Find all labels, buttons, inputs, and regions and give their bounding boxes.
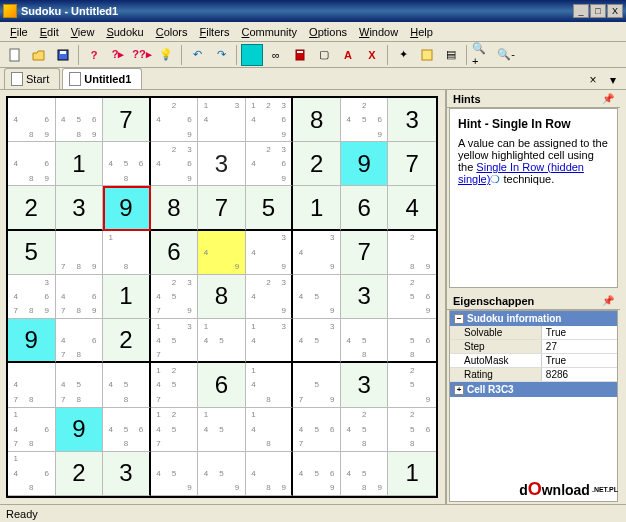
cell-r5c3[interactable]: 1 <box>103 275 151 319</box>
cell-r1c1[interactable]: 4689 <box>8 98 56 142</box>
cell-r4c6[interactable]: 349 <box>246 231 294 275</box>
cell-r3c9[interactable]: 4 <box>388 186 436 230</box>
prop-row-rating[interactable]: Rating8286 <box>450 368 617 382</box>
cell-r1c3[interactable]: 7 <box>103 98 151 142</box>
menu-sudoku[interactable]: Sudoku <box>100 24 149 40</box>
cell-r5c4[interactable]: 234579 <box>151 275 199 319</box>
tab-untitled1[interactable]: Untitled1 <box>62 68 142 89</box>
cell-r3c6[interactable]: 5 <box>246 186 294 230</box>
cell-r7c1[interactable]: 478 <box>8 363 56 407</box>
cell-r9c7[interactable]: 4569 <box>293 452 341 496</box>
pin-icon[interactable]: 📌 <box>602 93 614 104</box>
cell-r9c9[interactable]: 1 <box>388 452 436 496</box>
cell-r4c5[interactable]: 49 <box>198 231 246 275</box>
cell-r2c7[interactable]: 2 <box>293 142 341 186</box>
bulb-button[interactable]: 💡 <box>155 44 177 66</box>
hint-step-button[interactable]: ?▸ <box>107 44 129 66</box>
cell-r9c1[interactable]: 1468 <box>8 452 56 496</box>
cell-r1c5[interactable]: 134 <box>198 98 246 142</box>
menu-file[interactable]: File <box>4 24 34 40</box>
cell-r9c3[interactable]: 3 <box>103 452 151 496</box>
mark-x-button[interactable]: X <box>361 44 383 66</box>
cell-r9c8[interactable]: 4589 <box>341 452 389 496</box>
new-button[interactable] <box>4 44 26 66</box>
property-grid[interactable]: −Sudoku information SolvableTrueStep27Au… <box>449 310 618 502</box>
hint-all-button[interactable]: ??▸ <box>131 44 153 66</box>
cell-r6c1[interactable]: 9 <box>8 319 56 363</box>
cell-r6c8[interactable]: 458 <box>341 319 389 363</box>
mark-a-button[interactable]: A <box>337 44 359 66</box>
tab-menu-button[interactable]: ▾ <box>604 71 622 89</box>
cell-r6c6[interactable]: 134 <box>246 319 294 363</box>
cell-r8c3[interactable]: 4568 <box>103 408 151 452</box>
cell-r8c8[interactable]: 2458 <box>341 408 389 452</box>
cell-r7c5[interactable]: 6 <box>198 363 246 407</box>
check-button[interactable]: ▤ <box>440 44 462 66</box>
cell-r4c2[interactable]: 789 <box>56 231 104 275</box>
link-button[interactable]: ∞ <box>265 44 287 66</box>
minimize-button[interactable]: _ <box>573 4 589 18</box>
cell-r6c4[interactable]: 13457 <box>151 319 199 363</box>
cell-r1c8[interactable]: 24569 <box>341 98 389 142</box>
calc-button[interactable] <box>289 44 311 66</box>
menu-community[interactable]: Community <box>235 24 303 40</box>
cell-r2c5[interactable]: 3 <box>198 142 246 186</box>
prop-row-automask[interactable]: AutoMaskTrue <box>450 354 617 368</box>
cell-r6c5[interactable]: 145 <box>198 319 246 363</box>
cell-r5c8[interactable]: 3 <box>341 275 389 319</box>
cell-r7c9[interactable]: 259 <box>388 363 436 407</box>
cell-r2c2[interactable]: 1 <box>56 142 104 186</box>
cell-r5c7[interactable]: 459 <box>293 275 341 319</box>
cell-r5c6[interactable]: 2349 <box>246 275 294 319</box>
cell-r4c8[interactable]: 7 <box>341 231 389 275</box>
cell-r7c7[interactable]: 579 <box>293 363 341 407</box>
cell-r7c6[interactable]: 148 <box>246 363 294 407</box>
prop-row-step[interactable]: Step27 <box>450 340 617 354</box>
cell-r6c2[interactable]: 4678 <box>56 319 104 363</box>
cell-r2c9[interactable]: 7 <box>388 142 436 186</box>
cell-r9c4[interactable]: 459 <box>151 452 199 496</box>
cell-r9c2[interactable]: 2 <box>56 452 104 496</box>
cell-r6c3[interactable]: 2 <box>103 319 151 363</box>
hints-panel-header[interactable]: Hints 📌 <box>447 90 620 108</box>
cell-r6c9[interactable]: 568 <box>388 319 436 363</box>
sudoku-grid[interactable]: 4689456897246913412346982456934689145682… <box>6 96 438 498</box>
cell-r3c5[interactable]: 7 <box>198 186 246 230</box>
cell-r8c7[interactable]: 4567 <box>293 408 341 452</box>
cell-r8c4[interactable]: 12457 <box>151 408 199 452</box>
cell-r9c6[interactable]: 489 <box>246 452 294 496</box>
tab-start[interactable]: Start <box>4 68 60 89</box>
redo-button[interactable]: ↷ <box>210 44 232 66</box>
cell-r4c3[interactable]: 18 <box>103 231 151 275</box>
note-button[interactable] <box>416 44 438 66</box>
cell-r3c1[interactable]: 2 <box>8 186 56 230</box>
box-button[interactable]: ▢ <box>313 44 335 66</box>
cell-r1c7[interactable]: 8 <box>293 98 341 142</box>
cell-r4c9[interactable]: 289 <box>388 231 436 275</box>
cell-r2c3[interactable]: 4568 <box>103 142 151 186</box>
cell-r3c2[interactable]: 3 <box>56 186 104 230</box>
cell-r7c8[interactable]: 3 <box>341 363 389 407</box>
properties-panel-header[interactable]: Eigenschappen 📌 <box>447 292 620 310</box>
cell-r1c2[interactable]: 45689 <box>56 98 104 142</box>
cell-r5c9[interactable]: 2569 <box>388 275 436 319</box>
cell-r5c5[interactable]: 8 <box>198 275 246 319</box>
cell-r4c7[interactable]: 349 <box>293 231 341 275</box>
cell-r8c9[interactable]: 2568 <box>388 408 436 452</box>
cell-r2c6[interactable]: 23469 <box>246 142 294 186</box>
cell-r8c5[interactable]: 145 <box>198 408 246 452</box>
cell-r6c7[interactable]: 345 <box>293 319 341 363</box>
cell-r7c4[interactable]: 12457 <box>151 363 199 407</box>
cell-r8c1[interactable]: 14678 <box>8 408 56 452</box>
cell-r2c4[interactable]: 23469 <box>151 142 199 186</box>
prop-group-sudoku-info[interactable]: −Sudoku information <box>450 311 617 326</box>
highlight-mode-button[interactable] <box>241 44 263 66</box>
menu-options[interactable]: Options <box>303 24 353 40</box>
cell-r4c4[interactable]: 6 <box>151 231 199 275</box>
close-button[interactable]: X <box>607 4 623 18</box>
cell-r3c4[interactable]: 8 <box>151 186 199 230</box>
zoom-out-button[interactable]: 🔍- <box>495 44 517 66</box>
undo-button[interactable]: ↶ <box>186 44 208 66</box>
cell-r4c1[interactable]: 5 <box>8 231 56 275</box>
menu-view[interactable]: View <box>65 24 101 40</box>
